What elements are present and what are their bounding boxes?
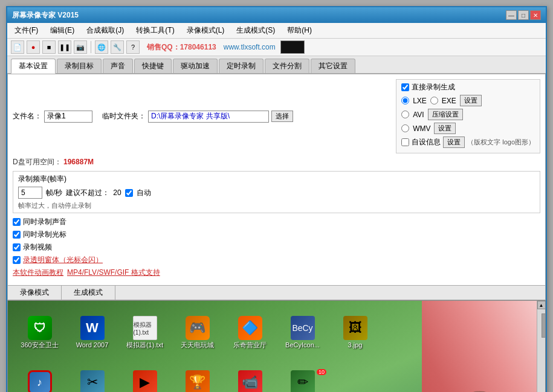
exe-label: EXE <box>442 97 456 105</box>
settings-tabs: 基本设置 录制目标 声音 快捷键 驱动加速 定时录制 文件分割 其它设置 <box>7 56 546 74</box>
auto-info-checkbox[interactable] <box>401 138 409 146</box>
desktop-icon-becy[interactable]: BeCy BeCyIcon... <box>280 316 325 349</box>
tab-driver[interactable]: 驱动加速 <box>173 59 218 73</box>
disk-label: D盘可用空间： <box>13 158 62 166</box>
mode-tabs: 录像模式 生成模式 <box>7 286 546 300</box>
menu-record-mode[interactable]: 录像模式(L) <box>182 24 230 37</box>
format-link[interactable]: MP4/FLV/SWF/GIF 格式支持 <box>67 268 160 278</box>
main-window: 屏幕录像专家 V2015 — □ ✕ 文件(F) 编辑(E) 合成截取(J) 转… <box>6 6 547 392</box>
menu-convert[interactable]: 转换工具(T) <box>131 24 179 37</box>
title-bar: 屏幕录像专家 V2015 — □ ✕ <box>7 7 546 23</box>
filename-input[interactable] <box>44 111 92 123</box>
fps-label: 帧/秒 <box>46 188 62 198</box>
direct-record-label: 直接录制生成 <box>412 82 455 92</box>
record-video-row: 录制视频 <box>13 242 540 252</box>
transparent-checkbox[interactable] <box>13 256 21 264</box>
desktop-icon-360music[interactable]: ♪ 10 360软件音家 <box>17 370 62 392</box>
suggest-value: 20 <box>113 188 121 197</box>
desktop-icon-leqi[interactable]: 🔷 乐奇营业厅 <box>227 316 273 349</box>
toolbar-globe[interactable]: 🌐 <box>95 40 108 54</box>
watermark-label: （版权文字 logo图形） <box>467 138 535 147</box>
freq-title: 录制频率(帧率) <box>18 174 535 184</box>
tab-record-mode[interactable]: 录像模式 <box>8 286 62 300</box>
record-video-checkbox[interactable] <box>13 243 21 251</box>
tab-generate-mode[interactable]: 生成模式 <box>62 286 115 300</box>
temp-folder-input[interactable] <box>148 111 269 123</box>
temp-folder-label: 临时文件夹： <box>102 111 146 121</box>
avi-row: AVI 压缩设置 <box>401 109 535 120</box>
menu-edit[interactable]: 编辑(E) <box>45 24 79 37</box>
suggest-label: 建议不超过： <box>66 188 109 198</box>
compress-button[interactable]: 压缩设置 <box>428 109 463 120</box>
menu-generate-mode[interactable]: 生成模式(S) <box>231 24 280 37</box>
wmv-label: WMV <box>413 124 430 133</box>
toolbar-camera[interactable]: 📷 <box>74 40 87 54</box>
desktop-icon-jietupng[interactable]: ✂ 截图软件.exe <box>70 370 115 392</box>
transparent-label: 录透明窗体（光标会闪） <box>23 255 103 265</box>
direct-record-row: 直接录制生成 <box>401 82 535 92</box>
disk-value: 196887M <box>63 158 94 166</box>
preview-area: 🛡 360安全卫士 W Word 2007 模拟器(1).txt 模拟器 <box>7 300 546 392</box>
exe-settings-button[interactable]: 设置 <box>460 95 482 106</box>
wmv-row: WMV 设置 <box>401 123 535 134</box>
tab-hotkey[interactable]: 快捷键 <box>134 59 172 73</box>
tab-basic[interactable]: 基本设置 <box>11 59 56 74</box>
toolbar-record[interactable]: ● <box>27 40 40 54</box>
scroll-up-button[interactable]: ▲ <box>537 301 546 309</box>
vertical-scrollbar: ▲ ▼ <box>537 301 545 392</box>
close-button[interactable]: ✕ <box>530 10 541 20</box>
desktop-icon-txt[interactable]: 模拟器(1).txt 模拟器(1).txt <box>122 316 167 349</box>
menu-bar: 文件(F) 编辑(E) 合成截取(J) 转换工具(T) 录像模式(L) 生成模式… <box>7 23 546 39</box>
tutorial-link[interactable]: 本软件动画教程 <box>13 268 63 278</box>
lxe-radio[interactable] <box>401 97 409 104</box>
menu-help[interactable]: 帮助(H) <box>282 24 317 37</box>
lxe-label: LXE <box>413 97 427 105</box>
auto-info-label: 自设信息 <box>412 137 441 147</box>
oversize-warning: 帧率过大，自动停止录制 <box>18 201 535 210</box>
toolbar-color-preview <box>280 40 305 54</box>
sync-cursor-row: 同时录制光标 <box>13 230 540 240</box>
auto-checkbox[interactable] <box>125 189 133 197</box>
desktop-icon-3jpg[interactable]: 🖼 3.jpg <box>332 316 378 349</box>
wmv-radio[interactable] <box>401 124 409 132</box>
desktop-icon-gif[interactable]: 🏆 荣获题 1.gif <box>175 370 220 392</box>
sync-cursor-checkbox[interactable] <box>13 231 21 239</box>
desktop-icon-360[interactable]: 🛡 360安全卫士 <box>17 316 62 349</box>
tab-record-target[interactable]: 录制目标 <box>57 59 102 73</box>
tab-timer[interactable]: 定时录制 <box>219 59 264 73</box>
links-row: 本软件动画教程 MP4/FLV/SWF/GIF 格式支持 <box>13 268 540 278</box>
toolbar-stop[interactable]: ■ <box>42 40 56 54</box>
auto-info-row: 自设信息 设置 （版权文字 logo图形） <box>401 137 535 148</box>
auto-label: 自动 <box>137 188 151 198</box>
scroll-thumb-v[interactable] <box>542 313 546 338</box>
settings-panel: 文件名： 临时文件夹： 选择 直接录制生成 LXE EXE 设 <box>7 74 546 286</box>
direct-record-checkbox[interactable] <box>401 83 409 91</box>
toolbar-new[interactable]: 📄 <box>11 40 24 54</box>
desktop-icon-word[interactable]: W Word 2007 <box>70 316 115 349</box>
desktop-icon-2016[interactable]: ▶ 2016年元旦及春节放映... <box>122 370 167 392</box>
select-folder-button[interactable]: 选择 <box>271 111 293 122</box>
minimize-button[interactable]: — <box>506 10 517 20</box>
window-title: 屏幕录像专家 V2015 <box>12 10 79 21</box>
toolbar-url: www.tlxsoft.com <box>224 43 276 51</box>
toolbar: 📄 ● ■ ❚❚ 📷 🌐 🔧 ? 销售QQ：178046113 www.tlxs… <box>7 39 546 56</box>
toolbar-pause[interactable]: ❚❚ <box>58 40 71 54</box>
freq-input[interactable] <box>18 187 42 199</box>
exe-radio[interactable] <box>430 97 438 104</box>
sync-audio-label: 同时录制声音 <box>23 217 66 227</box>
tab-sound[interactable]: 声音 <box>103 59 133 73</box>
sync-audio-row: 同时录制声音 <box>13 217 540 227</box>
wmv-settings-button[interactable]: 设置 <box>434 123 456 134</box>
toolbar-tool[interactable]: 🔧 <box>111 40 124 54</box>
avi-radio[interactable] <box>401 111 409 118</box>
desktop-icon-game[interactable]: 🎮 天天电玩城 <box>175 316 220 349</box>
menu-composite[interactable]: 合成截取(J) <box>82 24 129 37</box>
toolbar-help[interactable]: ? <box>126 40 140 54</box>
menu-file[interactable]: 文件(F) <box>10 24 43 37</box>
sync-audio-checkbox[interactable] <box>13 218 21 226</box>
desktop-icon-screen-recorder[interactable]: 📹 屏幕录像专家V2015 <box>227 370 273 392</box>
maximize-button[interactable]: □ <box>518 10 529 20</box>
tab-split[interactable]: 文件分割 <box>265 59 309 73</box>
tab-other[interactable]: 其它设置 <box>311 59 355 73</box>
auto-info-settings-button[interactable]: 设置 <box>443 137 465 148</box>
